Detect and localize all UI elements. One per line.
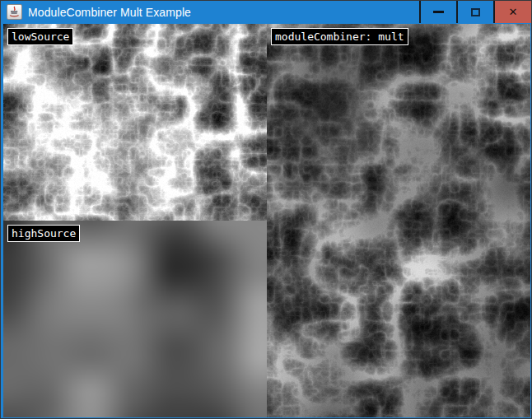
java-coffee-cup-icon[interactable] [7,4,22,20]
lowsource-canvas [3,24,267,221]
render-area: lowSource highSource moduleCombiner: mul… [3,24,530,417]
highsource-canvas [3,221,267,417]
maximize-icon [471,8,480,16]
panel-lowsource: lowSource [3,24,267,221]
highsource-label: highSource [7,225,80,242]
close-button[interactable]: ✕ [493,1,531,23]
maximize-button[interactable] [456,1,493,23]
panel-highsource: highSource [3,221,267,417]
window-controls: ✕ [419,1,531,23]
titlebar[interactable]: ModuleCombiner Mult Example ✕ [1,1,531,23]
combiner-canvas [267,24,530,417]
panel-modulecombiner: moduleCombiner: mult [267,24,530,417]
close-icon: ✕ [509,7,518,17]
minimize-button[interactable] [419,1,456,23]
modulecombiner-label: moduleCombiner: mult [271,28,408,45]
minimize-icon [433,11,444,13]
app-window: ModuleCombiner Mult Example ✕ lowSource … [0,0,532,419]
window-title: ModuleCombiner Mult Example [28,6,419,19]
lowsource-label: lowSource [7,28,73,45]
